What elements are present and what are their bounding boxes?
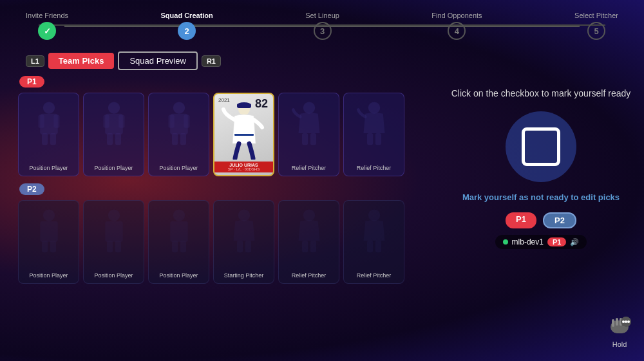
svg-point-28 bbox=[43, 209, 54, 221]
svg-rect-5 bbox=[50, 133, 55, 145]
step-4-circle: 4 bbox=[448, 22, 466, 40]
p2-silhouette-4 bbox=[226, 206, 261, 254]
svg-point-0 bbox=[43, 102, 54, 113]
p1-card-6-label: Relief Pitcher bbox=[357, 165, 392, 172]
step-5-label: Select Pitcher bbox=[574, 12, 618, 19]
p2-card-5[interactable]: Relief Pitcher bbox=[278, 200, 339, 284]
svg-rect-39 bbox=[180, 241, 185, 252]
ready-text: Mark yourself as not ready to edit picks bbox=[462, 192, 620, 202]
p2-card-1[interactable]: Position Player bbox=[18, 200, 79, 284]
svg-rect-34 bbox=[107, 241, 113, 252]
svg-rect-2 bbox=[38, 115, 44, 128]
svg-rect-21 bbox=[234, 134, 254, 136]
step-5-circle: 5 bbox=[587, 22, 605, 40]
player-p1-badge: P1 bbox=[547, 237, 566, 246]
p2-indicator-badge[interactable]: P2 bbox=[543, 212, 576, 228]
svg-rect-41 bbox=[237, 241, 243, 252]
p2-silhouette-5 bbox=[291, 206, 327, 254]
p1-card-3[interactable]: Position Player bbox=[148, 93, 209, 176]
player-silhouette-3 bbox=[161, 98, 196, 147]
tabs-row: L1 Team Picks Squad Preview R1 bbox=[0, 46, 644, 75]
svg-point-43 bbox=[303, 209, 314, 221]
online-indicator bbox=[503, 239, 508, 245]
step-2-circle: 2 bbox=[178, 22, 196, 40]
svg-rect-48 bbox=[375, 241, 381, 252]
progress-bar: Invite Friends ✓ Squad Creation 2 Set Li… bbox=[0, 0, 644, 46]
l1-button[interactable]: L1 bbox=[26, 55, 44, 67]
p1-card-1-label: Position Player bbox=[29, 165, 68, 172]
player-silhouette-1 bbox=[31, 98, 66, 147]
svg-point-46 bbox=[368, 209, 379, 221]
p2-card-2[interactable]: Position Player bbox=[83, 200, 144, 284]
svg-rect-4 bbox=[42, 133, 48, 145]
player-status-row: mlb-dev1 P1 🔊 bbox=[495, 235, 587, 249]
step-1-circle: ✓ bbox=[38, 22, 56, 40]
p2-silhouette-6 bbox=[356, 206, 392, 254]
p2-card-4-label: Starting Pitcher bbox=[224, 272, 264, 279]
svg-point-57 bbox=[627, 320, 630, 323]
step-find-opponents: Find Opponents 4 bbox=[431, 12, 482, 40]
julio-urias-card[interactable]: 2021 82 bbox=[213, 93, 274, 176]
svg-rect-10 bbox=[107, 133, 113, 145]
p1-section: P1 Position Player bbox=[13, 75, 438, 176]
svg-rect-23 bbox=[302, 133, 308, 145]
julio-figure bbox=[218, 102, 270, 160]
p2-card-3[interactable]: Position Player bbox=[148, 200, 209, 284]
svg-rect-45 bbox=[310, 241, 316, 252]
svg-point-12 bbox=[173, 102, 184, 113]
step-2-label: Squad Creation bbox=[161, 12, 213, 19]
team-picks-tab[interactable]: Team Picks bbox=[48, 53, 115, 69]
p1-cards-row: Position Player Position Player bbox=[13, 93, 438, 176]
p2-card-2-label: Position Player bbox=[94, 272, 133, 279]
p1-card-2[interactable]: Position Player bbox=[83, 93, 144, 176]
svg-rect-8 bbox=[103, 115, 109, 128]
p1-indicator-badge[interactable]: P1 bbox=[506, 212, 536, 228]
svg-point-25 bbox=[368, 102, 379, 113]
p1-badge: P1 bbox=[19, 76, 44, 88]
svg-rect-17 bbox=[180, 133, 185, 145]
hold-area[interactable]: Hold bbox=[608, 315, 631, 348]
svg-rect-11 bbox=[115, 133, 120, 145]
p1-card-5[interactable]: Relief Pitcher bbox=[278, 93, 339, 176]
squad-preview-tab[interactable]: Squad Preview bbox=[118, 51, 197, 70]
svg-rect-37 bbox=[170, 221, 188, 242]
p2-section: P2 Position Player bbox=[13, 183, 438, 284]
p2-silhouette-1 bbox=[31, 206, 66, 254]
speaker-icon: 🔊 bbox=[570, 238, 579, 246]
step-set-lineup: Set Lineup 3 bbox=[305, 12, 339, 40]
checkbox-hint: Click on the checkbox to mark yourself r… bbox=[451, 88, 631, 98]
p2-card-6-label: Relief Pitcher bbox=[357, 272, 392, 279]
left-panel: P1 Position Player bbox=[13, 75, 438, 290]
step-4-label: Find Opponents bbox=[431, 12, 482, 19]
step-1-label: Invite Friends bbox=[26, 12, 68, 19]
p2-card-4[interactable]: Starting Pitcher bbox=[213, 200, 274, 284]
p2-silhouette-2 bbox=[96, 206, 131, 254]
svg-rect-20 bbox=[237, 104, 251, 108]
svg-point-56 bbox=[625, 320, 627, 323]
p1-card-5-label: Relief Pitcher bbox=[292, 165, 327, 172]
p1-card-6[interactable]: Relief Pitcher bbox=[343, 93, 404, 176]
svg-point-40 bbox=[238, 209, 249, 221]
p1-card-1[interactable]: Position Player bbox=[18, 93, 79, 176]
step-3-circle: 3 bbox=[314, 22, 332, 40]
player-silhouette-2 bbox=[96, 98, 131, 147]
svg-rect-38 bbox=[172, 241, 178, 252]
svg-rect-24 bbox=[310, 133, 316, 145]
step-select-pitcher: Select Pitcher 5 bbox=[574, 12, 618, 40]
svg-point-22 bbox=[303, 102, 314, 113]
p1-card-2-label: Position Player bbox=[94, 165, 133, 172]
svg-rect-3 bbox=[53, 115, 59, 128]
svg-rect-9 bbox=[118, 115, 124, 128]
svg-rect-50 bbox=[616, 318, 618, 326]
step-invite-friends: Invite Friends ✓ bbox=[26, 12, 68, 40]
p2-card-1-label: Position Player bbox=[29, 272, 68, 279]
julio-pos: SP · L/L · 00DSHS bbox=[214, 167, 273, 171]
p2-card-6[interactable]: Relief Pitcher bbox=[343, 200, 404, 284]
p2-card-3-label: Position Player bbox=[159, 272, 198, 279]
p-badges-row: P1 P2 bbox=[506, 212, 576, 228]
ready-checkbox[interactable] bbox=[506, 111, 576, 182]
right-panel: Click on the checkbox to mark yourself r… bbox=[451, 75, 631, 290]
r1-button[interactable]: R1 bbox=[202, 55, 221, 67]
svg-rect-29 bbox=[40, 221, 58, 242]
svg-rect-44 bbox=[302, 241, 308, 252]
